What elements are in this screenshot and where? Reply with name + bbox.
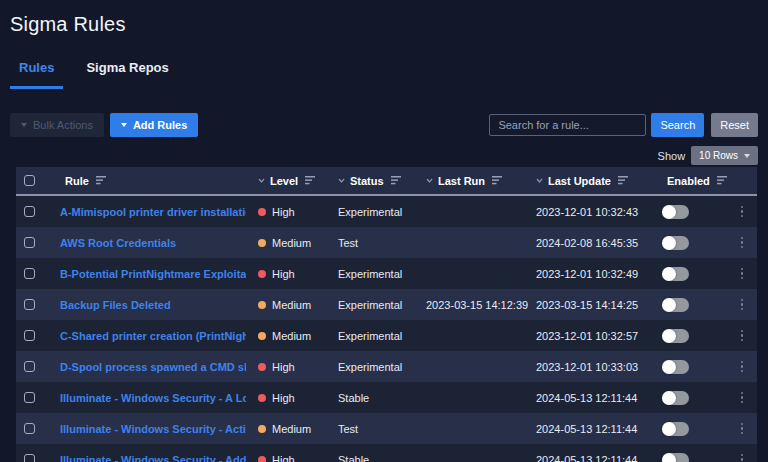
level-dot	[258, 208, 266, 216]
chevron-down-icon[interactable]	[426, 178, 433, 183]
enabled-toggle[interactable]	[662, 329, 689, 343]
enabled-cell	[652, 236, 727, 250]
level-cell: Medium	[254, 330, 334, 342]
last-update-value: 2024-02-08 16:45:35	[532, 237, 652, 249]
enabled-toggle[interactable]	[662, 205, 689, 219]
toggle-knob	[662, 205, 676, 219]
level-cell: Medium	[254, 299, 334, 311]
enabled-toggle[interactable]	[662, 391, 689, 405]
column-header[interactable]: Rule	[56, 175, 254, 187]
table-row: Illuminate - Windows Security - Active D…	[16, 413, 757, 444]
bulk-actions-button[interactable]: Bulk Actions	[10, 113, 104, 137]
status-label: Stable	[334, 454, 422, 462]
rule-name-link[interactable]: Illuminate - Windows Security - Active D…	[60, 423, 246, 435]
column-header-label: Rule	[65, 175, 89, 187]
rule-name-cell: Illuminate - Windows Security - Add User…	[56, 454, 254, 462]
rule-name-link[interactable]: A-Mimispool printer driver installation …	[60, 206, 246, 218]
status-label: Experimental	[334, 330, 422, 342]
row-checkbox-cell	[16, 454, 56, 462]
sort-filter-icon[interactable]	[391, 176, 403, 185]
level-label: Medium	[272, 299, 311, 311]
sort-filter-icon[interactable]	[618, 176, 630, 185]
column-header[interactable]: Last Update	[532, 175, 652, 187]
toggle-knob	[662, 329, 676, 343]
kebab-menu-icon[interactable]	[738, 420, 747, 438]
sort-filter-icon[interactable]	[96, 176, 108, 185]
enabled-toggle[interactable]	[662, 422, 689, 436]
tab-sigma-repos[interactable]: Sigma Repos	[77, 60, 177, 89]
rule-name-cell: Illuminate - Windows Security - A Logon …	[56, 392, 254, 404]
last-update-value: 2023-12-01 10:32:57	[532, 330, 652, 342]
row-checkbox[interactable]	[24, 299, 35, 310]
row-checkbox[interactable]	[24, 237, 35, 248]
search-button[interactable]: Search	[651, 113, 704, 137]
rule-name-link[interactable]: Backup Files Deleted	[60, 299, 246, 311]
row-checkbox-cell	[16, 423, 56, 434]
rule-name-link[interactable]: C-Shared printer creation (PrintNightmar…	[60, 330, 246, 342]
row-checkbox-cell	[16, 237, 56, 248]
rule-name-link[interactable]: Illuminate - Windows Security - A Logon …	[60, 392, 246, 404]
column-header[interactable]: Level	[254, 175, 334, 187]
toolbar-right: Search Reset	[489, 113, 758, 137]
add-rules-button[interactable]: Add Rules	[110, 113, 198, 137]
table-row: Illuminate - Windows Security - A Logon …	[16, 382, 757, 413]
sort-filter-icon[interactable]	[492, 176, 504, 185]
table-row: AWS Root Credentials Medium Test 2024-02…	[16, 227, 757, 258]
enabled-cell	[652, 329, 727, 343]
row-menu-cell	[727, 327, 757, 345]
level-dot	[258, 301, 266, 309]
enabled-cell	[652, 422, 727, 436]
row-checkbox[interactable]	[24, 361, 35, 372]
row-checkbox[interactable]	[24, 423, 35, 434]
kebab-menu-icon[interactable]	[738, 327, 747, 345]
enabled-toggle[interactable]	[662, 236, 689, 250]
kebab-menu-icon[interactable]	[738, 265, 747, 283]
row-checkbox[interactable]	[24, 206, 35, 217]
row-checkbox[interactable]	[24, 268, 35, 279]
table-header-row: Rule Level Status Last Run Last Upda	[16, 167, 757, 196]
level-label: High	[272, 206, 295, 218]
chevron-down-icon[interactable]	[338, 178, 345, 183]
row-checkbox[interactable]	[24, 392, 35, 403]
enabled-toggle[interactable]	[662, 453, 689, 462]
search-input[interactable]	[489, 114, 646, 136]
row-checkbox[interactable]	[24, 454, 35, 462]
kebab-menu-icon[interactable]	[738, 296, 747, 314]
sort-filter-icon[interactable]	[717, 176, 729, 185]
kebab-menu-icon[interactable]	[738, 451, 747, 462]
rule-name-link[interactable]: AWS Root Credentials	[60, 237, 246, 249]
bulk-actions-label: Bulk Actions	[33, 119, 93, 131]
tab-rules[interactable]: Rules	[10, 60, 63, 89]
caret-down-icon	[21, 123, 27, 127]
enabled-toggle[interactable]	[662, 298, 689, 312]
enabled-toggle[interactable]	[662, 360, 689, 374]
chevron-down-icon[interactable]	[536, 178, 543, 183]
column-header[interactable]: Enabled	[652, 175, 727, 187]
column-header[interactable]: Last Run	[422, 175, 532, 187]
column-header-label: Level	[270, 175, 298, 187]
row-menu-cell	[727, 234, 757, 252]
kebab-menu-icon[interactable]	[738, 358, 747, 376]
reset-button[interactable]: Reset	[711, 113, 758, 137]
row-checkbox[interactable]	[24, 330, 35, 341]
table-row: Backup Files Deleted Medium Experimental…	[16, 289, 757, 320]
rule-name-link[interactable]: B-Potential PrintNightmare Exploitation …	[60, 268, 246, 280]
chevron-down-icon[interactable]	[258, 178, 265, 183]
kebab-menu-icon[interactable]	[738, 389, 747, 407]
level-dot	[258, 425, 266, 433]
last-update-value: 2023-12-01 10:32:43	[532, 206, 652, 218]
enabled-toggle[interactable]	[662, 267, 689, 281]
rule-name-cell: D-Spool process spawned a CMD shell (Pri…	[56, 361, 254, 373]
column-header[interactable]: Status	[334, 175, 422, 187]
level-label: High	[272, 454, 295, 462]
kebab-menu-icon[interactable]	[738, 203, 747, 221]
sort-filter-icon[interactable]	[305, 176, 317, 185]
select-all-checkbox[interactable]	[24, 175, 35, 186]
kebab-menu-icon[interactable]	[738, 234, 747, 252]
rule-name-link[interactable]: D-Spool process spawned a CMD shell (Pri…	[60, 361, 246, 373]
status-label: Test	[334, 237, 422, 249]
rule-name-link[interactable]: Illuminate - Windows Security - Add User…	[60, 454, 246, 462]
rule-name-cell: C-Shared printer creation (PrintNightmar…	[56, 330, 254, 342]
rows-per-page-dropdown[interactable]: 10 Rows	[691, 146, 758, 165]
toolbar: Bulk Actions Add Rules Search Reset	[10, 113, 758, 137]
